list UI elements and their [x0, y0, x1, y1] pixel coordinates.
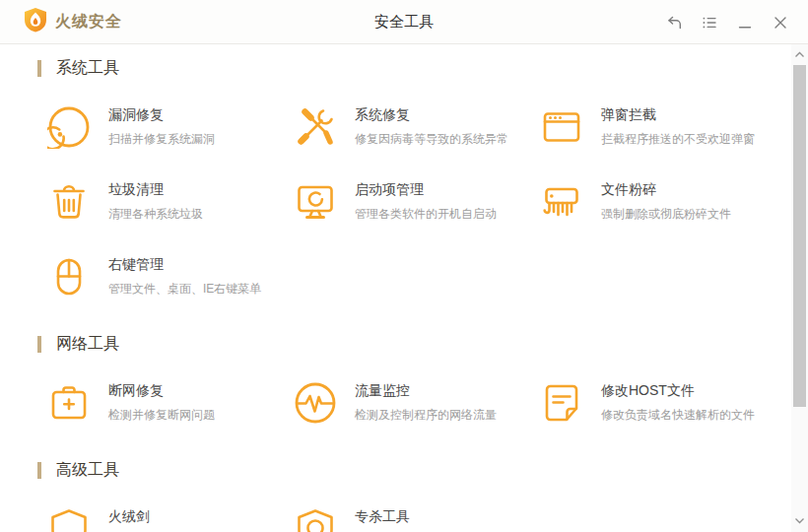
tool-name: 启动项管理 [355, 181, 497, 199]
vulnerability-fix-icon [47, 103, 91, 151]
tool-grid: 断网修复检测并修复断网问题流量监控检测及控制程序的网络流量修改HOST文件修改负… [47, 379, 771, 427]
tool-item-popup-block[interactable]: 弹窗拦截拦截程序推送的不受欢迎弹窗 [540, 103, 796, 151]
section-title-text: 高级工具 [56, 460, 119, 481]
tool-text: 流量监控检测及控制程序的网络流量 [355, 379, 497, 424]
section-title: 高级工具 [37, 460, 771, 480]
titlebar: 火绒安全 安全工具 [0, 0, 808, 44]
tool-item-junk-clean[interactable]: 垃圾清理清理各种系统垃圾 [47, 178, 294, 226]
tool-text: 断网修复检测并修复断网问题 [108, 379, 215, 424]
system-repair-icon [294, 103, 337, 151]
tool-item-host-file[interactable]: 修改HOST文件修改负责域名快速解析的文件 [540, 379, 796, 427]
tool-name: 文件粉碎 [601, 181, 731, 199]
tool-text: 专杀工具 [355, 505, 410, 532]
file-shredder-icon [540, 178, 583, 226]
junk-clean-icon [47, 178, 91, 226]
brand: 火绒安全 [24, 7, 122, 36]
section-title: 网络工具 [37, 334, 771, 354]
popup-block-icon [540, 103, 583, 151]
section-title-bar [37, 462, 41, 479]
tool-name: 弹窗拦截 [601, 106, 755, 124]
tool-name: 修改HOST文件 [601, 382, 755, 400]
tools-section: 网络工具断网修复检测并修复断网问题流量监控检测及控制程序的网络流量修改HOST文… [37, 334, 771, 427]
tool-text: 修改HOST文件修改负责域名快速解析的文件 [601, 379, 755, 424]
tool-item-network-repair[interactable]: 断网修复检测并修复断网问题 [47, 379, 294, 427]
window-controls [656, 0, 798, 44]
tool-name: 流量监控 [355, 382, 497, 400]
scroll-up-icon[interactable] [791, 46, 808, 62]
tool-text: 右键管理管理文件、桌面、IE右键菜单 [108, 253, 261, 298]
tool-item-system-repair[interactable]: 系统修复修复因病毒等导致的系统异常 [294, 103, 540, 151]
section-title-text: 网络工具 [56, 334, 119, 355]
shield-flame-logo-icon [24, 7, 47, 36]
section-title-bar [37, 60, 41, 77]
tool-text: 弹窗拦截拦截程序推送的不受欢迎弹窗 [601, 103, 755, 148]
virus-killer-shield-icon [294, 505, 337, 532]
close-icon[interactable] [763, 7, 798, 38]
tool-item-right-click-menu[interactable]: 右键管理管理文件、桌面、IE右键菜单 [47, 253, 294, 300]
scroll-down-icon[interactable] [791, 512, 808, 528]
tool-desc: 清理各种系统垃圾 [108, 206, 203, 223]
startup-manager-icon [294, 178, 337, 226]
tool-text: 火绒剑 [108, 505, 150, 532]
tool-grid: 火绒剑专杀工具 [47, 505, 771, 532]
tool-name: 漏洞修复 [108, 106, 215, 124]
tool-grid: 漏洞修复扫描并修复系统漏洞系统修复修复因病毒等导致的系统异常弹窗拦截拦截程序推送… [47, 103, 771, 300]
tool-name: 火绒剑 [108, 508, 150, 526]
tool-desc: 修改负责域名快速解析的文件 [601, 407, 755, 424]
list-menu-icon[interactable] [692, 7, 727, 38]
app-name: 火绒安全 [55, 12, 122, 33]
tool-desc: 修复因病毒等导致的系统异常 [355, 131, 508, 148]
tool-item-file-shredder[interactable]: 文件粉碎强制删除或彻底粉碎文件 [540, 178, 796, 226]
tool-text: 系统修复修复因病毒等导致的系统异常 [355, 103, 508, 148]
tool-name: 右键管理 [108, 256, 261, 274]
tool-name: 垃圾清理 [108, 181, 203, 199]
section-title-text: 系统工具 [56, 58, 119, 79]
scrollbar[interactable] [791, 44, 808, 532]
tool-desc: 管理文件、桌面、IE右键菜单 [108, 281, 261, 298]
minimize-icon[interactable] [727, 7, 763, 38]
tool-desc: 扫描并修复系统漏洞 [108, 131, 215, 148]
app-window: 火绒安全 安全工具 [0, 0, 808, 532]
tool-desc: 管理各类软件的开机自启动 [355, 206, 497, 223]
tool-name: 断网修复 [108, 382, 215, 400]
right-click-menu-icon [47, 253, 91, 300]
tool-name: 专杀工具 [355, 508, 410, 526]
tool-text: 垃圾清理清理各种系统垃圾 [108, 178, 203, 223]
tool-item-vulnerability-fix[interactable]: 漏洞修复扫描并修复系统漏洞 [47, 103, 294, 151]
tools-section: 系统工具漏洞修复扫描并修复系统漏洞系统修复修复因病毒等导致的系统异常弹窗拦截拦截… [37, 58, 771, 300]
section-title-bar [37, 336, 41, 353]
tools-content: 系统工具漏洞修复扫描并修复系统漏洞系统修复修复因病毒等导致的系统异常弹窗拦截拦截… [0, 44, 808, 532]
tool-item-virus-killer-shield[interactable]: 专杀工具 [294, 505, 540, 532]
tool-item-traffic-monitor[interactable]: 流量监控检测及控制程序的网络流量 [294, 379, 540, 427]
tool-desc: 强制删除或彻底粉碎文件 [601, 206, 731, 223]
tool-text: 漏洞修复扫描并修复系统漏洞 [108, 103, 215, 148]
tool-text: 启动项管理管理各类软件的开机自启动 [355, 178, 497, 223]
section-title: 系统工具 [37, 58, 771, 78]
tool-text: 文件粉碎强制删除或彻底粉碎文件 [601, 178, 731, 223]
scrollbar-thumb[interactable] [793, 65, 806, 407]
back-icon[interactable] [656, 7, 692, 38]
tools-section: 高级工具火绒剑专杀工具 [37, 460, 771, 532]
host-file-icon [540, 379, 583, 427]
tool-name: 系统修复 [355, 106, 508, 124]
tool-item-huorong-sword-shield[interactable]: 火绒剑 [47, 505, 294, 532]
traffic-monitor-icon [294, 379, 337, 427]
huorong-sword-shield-icon [47, 505, 91, 532]
tool-desc: 拦截程序推送的不受欢迎弹窗 [601, 131, 755, 148]
tool-desc: 检测及控制程序的网络流量 [355, 407, 497, 424]
tool-desc: 检测并修复断网问题 [108, 407, 215, 424]
tool-item-startup-manager[interactable]: 启动项管理管理各类软件的开机自启动 [294, 178, 540, 226]
network-repair-icon [47, 379, 91, 427]
